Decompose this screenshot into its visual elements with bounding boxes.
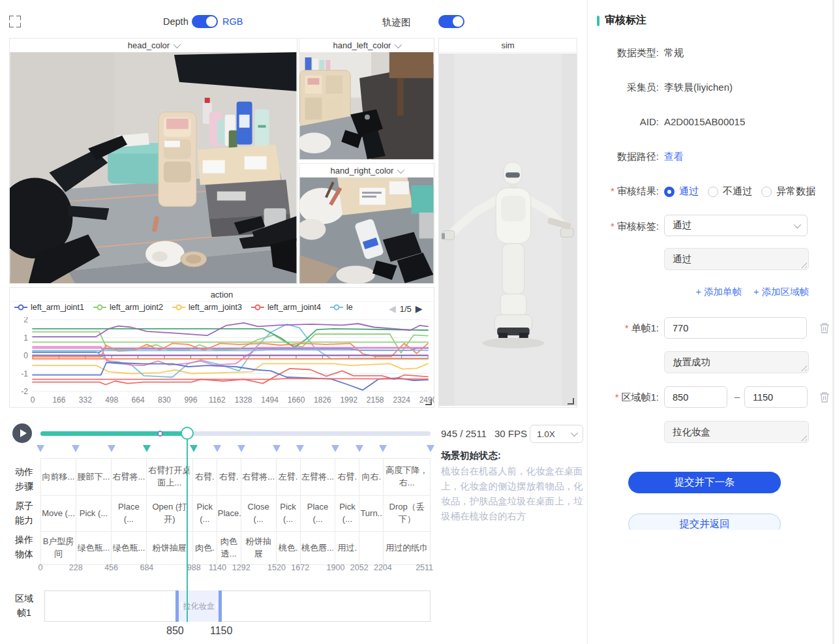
legend-prev-icon[interactable]: ◀ — [389, 303, 396, 314]
timeline-marker-2052[interactable] — [356, 445, 363, 452]
region-end-input[interactable]: 1150 — [744, 386, 808, 408]
radio-circle-icon — [761, 187, 772, 197]
legend-item-left_arm_joint1[interactable]: left_arm_joint1 — [14, 303, 84, 312]
sim-panel-title: sim — [501, 40, 514, 50]
action-step-cell: 右臂将... — [111, 459, 146, 496]
timeline-marker-1900[interactable] — [331, 445, 339, 452]
resize-grip-icon[interactable] — [801, 365, 807, 371]
svg-text:1: 1 — [23, 333, 28, 343]
timeline-marker-988[interactable] — [190, 445, 198, 452]
frame-axis-tick: 228 — [69, 563, 83, 572]
resize-grip-icon[interactable] — [801, 262, 807, 268]
region-handle-right[interactable] — [216, 602, 217, 610]
range-separator: – — [732, 391, 742, 402]
timeline-marker-1520[interactable] — [273, 445, 281, 452]
timeline-marker-1140[interactable] — [213, 445, 221, 452]
panel-scrollbar[interactable] — [832, 0, 834, 644]
radio-option-不通过[interactable]: 不通过 — [708, 185, 752, 198]
submit-next-button[interactable]: 提交并下一条 — [628, 472, 781, 493]
svg-text:166: 166 — [52, 395, 65, 405]
play-button[interactable] — [12, 423, 32, 443]
action-step-cell: 右臂. — [217, 459, 241, 496]
region-block-label: 拉化妆盒 — [183, 601, 215, 612]
hand-right-camera-image — [299, 177, 434, 283]
legend-item-left_arm_joint3[interactable]: left_arm_joint3 — [172, 303, 242, 312]
region-start-input[interactable]: 850 — [664, 386, 727, 408]
depth-rgb-toggle[interactable] — [192, 15, 218, 28]
timeline-marker-1672[interactable] — [296, 445, 304, 452]
single-frame-note[interactable]: 放置成功 — [664, 351, 809, 373]
action-step-cell: 右臂. — [335, 459, 359, 496]
region-handle-left[interactable] — [181, 602, 182, 610]
single-frame-dot[interactable] — [157, 431, 163, 437]
timeline-marker-2511[interactable] — [427, 445, 434, 452]
timeline-slider[interactable] — [40, 431, 431, 436]
frame-axis-tick: 456 — [104, 563, 118, 572]
object-cell: 肉色. — [192, 532, 217, 565]
timeline-marker-2204[interactable] — [379, 445, 387, 452]
frame-axis-tick: 2511 — [416, 563, 433, 572]
hand-left-camera-header[interactable]: hand_left_color — [299, 38, 434, 53]
slider-handle[interactable] — [181, 427, 194, 440]
add-region-frame-link[interactable]: + 添加区域帧 — [753, 286, 809, 298]
radio-label: 通过 — [679, 185, 699, 198]
timeline-marker-0[interactable] — [37, 445, 44, 452]
data-path-link[interactable]: 查看 — [664, 151, 684, 163]
timeline-marker-1292[interactable] — [237, 445, 245, 452]
single-frame-input[interactable]: 770 — [664, 317, 807, 339]
review-panel-title-text: 审核标注 — [605, 14, 646, 27]
review-tag-note[interactable]: 通过 — [664, 248, 809, 270]
svg-text:2324: 2324 — [393, 395, 410, 405]
timeline-marker-456[interactable] — [108, 445, 115, 452]
submit-back-button[interactable]: 提交并返回 — [628, 514, 781, 530]
play-icon — [20, 429, 27, 437]
legend-item-le[interactable]: le — [330, 303, 353, 312]
region-frame-note[interactable]: 拉化妆盒 — [664, 421, 809, 443]
row-label-objects: 操作物体 — [9, 532, 39, 561]
required-asterisk: * — [615, 391, 619, 403]
action-line-chart[interactable]: 210-1-2016633249866483099611621328149416… — [9, 317, 434, 406]
region-start-input-value: 850 — [673, 392, 688, 403]
delete-region-frame-icon[interactable] — [819, 391, 830, 403]
radio-circle-icon — [708, 187, 718, 197]
add-single-frame-link[interactable]: + 添加单帧 — [696, 286, 742, 298]
fullscreen-icon[interactable] — [9, 16, 21, 27]
region-frame-label: *区域帧1: — [554, 391, 659, 404]
hand-right-camera-header[interactable]: hand_right_color — [299, 164, 434, 178]
chevron-down-icon — [395, 40, 402, 48]
delete-single-frame-icon[interactable] — [819, 322, 830, 333]
review-tag-select[interactable]: 通过 — [664, 215, 808, 236]
object-cell: 桃色. — [276, 532, 300, 565]
svg-text:-1: -1 — [21, 369, 28, 378]
timeline-marker-684[interactable] — [143, 445, 151, 452]
legend-item-left_arm_joint4[interactable]: left_arm_joint4 — [251, 303, 321, 312]
required-asterisk: * — [611, 221, 615, 232]
playhead-line[interactable] — [187, 438, 188, 622]
review-tag-label-text: 审核标签: — [617, 221, 659, 232]
radio-label: 异常数据 — [776, 185, 815, 198]
timeline-marker-228[interactable] — [72, 445, 80, 452]
trajectory-toggle[interactable] — [438, 15, 464, 28]
svg-text:0: 0 — [31, 395, 35, 405]
head-camera-header[interactable]: head_color — [10, 38, 297, 53]
chevron-down-icon — [794, 221, 801, 228]
region-block[interactable]: 拉化妆盒 — [175, 590, 222, 622]
svg-text:0: 0 — [23, 351, 28, 360]
add-links: + 添加单帧 + 添加区域帧 — [664, 286, 809, 298]
resize-grip-icon[interactable] — [801, 435, 807, 441]
svg-text:2490: 2490 — [419, 395, 434, 405]
legend-next-icon[interactable]: ▶ — [416, 303, 423, 314]
radio-label: 不通过 — [723, 185, 752, 198]
frame-axis-tick: 0 — [38, 563, 43, 572]
radio-option-异常数据[interactable]: 异常数据 — [761, 185, 815, 198]
radio-option-通过[interactable]: 通过 — [664, 185, 699, 198]
review-panel-title: 审核标注 — [597, 14, 646, 27]
action-step-cell: 右臂将... — [241, 459, 276, 496]
hand-left-camera-scene — [299, 52, 434, 159]
speed-select[interactable]: 1.0X — [530, 425, 583, 443]
svg-text:996: 996 — [184, 395, 197, 405]
frame-axis-tick: 684 — [140, 563, 153, 572]
legend-item-left_arm_joint2[interactable]: left_arm_joint2 — [93, 303, 163, 312]
region-track-bar[interactable]: 拉化妆盒 — [44, 590, 431, 622]
data-type-value: 常规 — [664, 47, 684, 59]
